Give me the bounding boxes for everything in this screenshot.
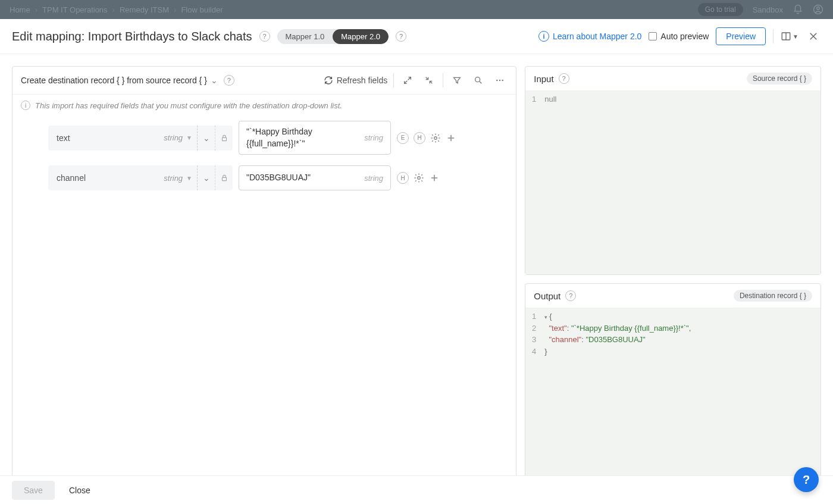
input-title: Input <box>534 74 553 84</box>
info-icon: i <box>21 101 30 110</box>
more-icon[interactable] <box>492 73 508 88</box>
breadcrumb-item[interactable]: TPM IT Operations <box>42 5 108 14</box>
filter-icon[interactable] <box>449 73 465 88</box>
destination-field-wrap: text string ▼ ⌄ <box>48 126 233 151</box>
destination-field-name: channel <box>57 173 160 183</box>
mapper-version-toggle: Mapper 1.0 Mapper 2.0 <box>277 29 389 44</box>
main-content: Create destination record { } from sourc… <box>0 54 833 504</box>
source-value: "`*Happy Birthday {{full_name}}!*`" <box>246 126 361 149</box>
bell-icon[interactable] <box>793 4 803 15</box>
divider <box>773 29 774 43</box>
collapse-icon[interactable] <box>421 73 437 88</box>
auto-preview-label: Auto preview <box>660 32 709 41</box>
input-code[interactable]: 1null <box>525 91 821 274</box>
mapper-v1-tab[interactable]: Mapper 1.0 <box>277 29 333 44</box>
type-label: string <box>164 174 183 183</box>
lock-icon <box>215 165 233 190</box>
input-panel-header: Input ? Source record { } <box>525 67 821 91</box>
svg-point-12 <box>434 136 437 139</box>
env-label: Sandbox <box>753 5 783 14</box>
output-title: Output <box>534 291 560 301</box>
trial-button[interactable]: Go to trial <box>698 3 743 16</box>
learn-link-label: Learn about Mapper 2.0 <box>553 32 641 41</box>
destination-dropdown-button[interactable]: ⌄ <box>197 165 215 190</box>
gear-icon[interactable] <box>414 173 424 183</box>
destination-record-badge: Destination record { } <box>734 290 812 302</box>
source-field[interactable]: "`*Happy Birthday {{full_name}}!*`" stri… <box>239 121 391 155</box>
svg-point-8 <box>496 80 497 81</box>
refresh-fields-button[interactable]: Refresh fields <box>324 76 388 85</box>
mapping-panel-header: Create destination record { } from sourc… <box>12 67 516 95</box>
close-button[interactable]: Close <box>69 486 90 495</box>
svg-point-16 <box>418 177 421 180</box>
add-row-button[interactable] <box>429 173 440 183</box>
chevron-down-icon: ⌄ <box>203 133 210 143</box>
search-icon[interactable] <box>471 73 486 88</box>
caret-down-icon: ▼ <box>186 134 192 141</box>
output-panel: Output ? Destination record { } 1▾{2 "te… <box>525 283 821 492</box>
info-icon: i <box>538 31 549 42</box>
preview-column: Input ? Source record { } 1null Output ?… <box>525 66 821 492</box>
help-icon[interactable]: ? <box>559 73 569 84</box>
footer: Save Close <box>0 475 833 504</box>
type-label: string <box>364 174 383 183</box>
help-icon[interactable]: ? <box>396 31 406 42</box>
help-icon[interactable]: ? <box>565 290 576 301</box>
type-label: string <box>164 133 183 142</box>
svg-point-6 <box>475 77 480 82</box>
help-fab[interactable]: ? <box>794 467 819 492</box>
svg-point-10 <box>502 80 503 81</box>
chevron-right-icon: › <box>174 5 176 14</box>
chevron-right-icon: › <box>112 5 115 14</box>
preview-button[interactable]: Preview <box>716 27 766 45</box>
layout-button[interactable]: ▼ <box>781 31 798 42</box>
destination-dropdown-button[interactable]: ⌄ <box>197 126 215 151</box>
close-icon[interactable] <box>806 31 821 42</box>
topbar: Home › TPM IT Operations › Remedy ITSM ›… <box>0 0 833 19</box>
help-icon[interactable]: ? <box>259 31 270 42</box>
chevron-right-icon: › <box>35 5 37 14</box>
action-h-button[interactable]: H <box>414 132 425 144</box>
mapper-v2-tab[interactable]: Mapper 2.0 <box>333 29 389 44</box>
expand-icon[interactable] <box>400 73 415 88</box>
add-row-button[interactable] <box>446 133 456 143</box>
destination-field-name: text <box>57 133 160 143</box>
action-h-button[interactable]: H <box>397 172 409 184</box>
mapping-rows: text string ▼ ⌄ "`*Happy Birthday {{full… <box>12 116 516 206</box>
help-icon[interactable]: ? <box>224 75 234 86</box>
source-field[interactable]: "D035BG8UUAJ" string <box>239 165 391 190</box>
output-panel-header: Output ? Destination record { } <box>525 284 821 308</box>
checkbox-icon <box>649 32 657 40</box>
save-button[interactable]: Save <box>12 481 55 500</box>
lock-icon <box>215 126 233 151</box>
destination-field[interactable]: channel string ▼ <box>48 165 197 190</box>
svg-line-7 <box>480 82 481 83</box>
breadcrumb-item[interactable]: Home <box>10 5 30 14</box>
learn-link[interactable]: i Learn about Mapper 2.0 <box>538 31 641 42</box>
user-icon[interactable] <box>813 4 823 15</box>
source-record-badge: Source record { } <box>747 73 812 84</box>
mapping-row: channel string ▼ ⌄ "D035BG8UUAJ" string <box>48 165 498 190</box>
output-code[interactable]: 1▾{2 "text": "`*Happy Birthday {{full_na… <box>525 308 821 492</box>
destination-field[interactable]: text string ▼ <box>48 126 197 151</box>
type-label: string <box>364 133 383 142</box>
info-text: This import has required fields that you… <box>35 101 342 110</box>
gear-icon[interactable] <box>430 133 441 143</box>
chevron-down-icon: ⌄ <box>211 76 218 85</box>
svg-point-9 <box>499 80 500 81</box>
page-header: Edit mapping: Import Birthdays to Slack … <box>0 19 833 54</box>
mapping-row: text string ▼ ⌄ "`*Happy Birthday {{full… <box>48 121 498 155</box>
divider <box>393 73 394 87</box>
mapping-panel: Create destination record { } from sourc… <box>12 66 516 492</box>
chevron-down-icon: ▼ <box>793 33 798 40</box>
breadcrumb-item[interactable]: Flow builder <box>181 5 223 14</box>
mapping-panel-title[interactable]: Create destination record { } from sourc… <box>21 76 218 85</box>
chevron-down-icon: ⌄ <box>203 173 210 183</box>
breadcrumb-item[interactable]: Remedy ITSM <box>120 5 169 14</box>
svg-rect-11 <box>222 137 226 140</box>
row-actions: E H <box>397 132 456 144</box>
action-e-button[interactable]: E <box>397 132 409 144</box>
input-panel: Input ? Source record { } 1null <box>525 66 821 275</box>
svg-point-1 <box>817 7 820 10</box>
auto-preview-toggle[interactable]: Auto preview <box>649 32 709 41</box>
